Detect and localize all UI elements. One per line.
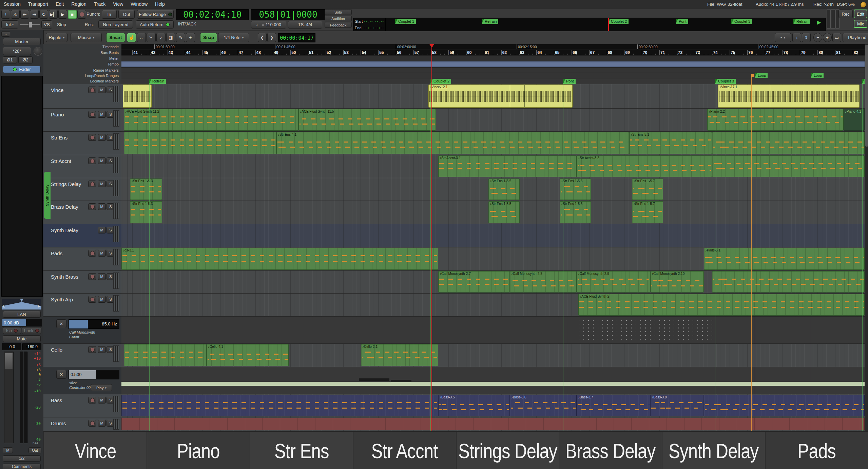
region-bass-3-5[interactable]: ♪Bass-3.5 <box>438 395 510 416</box>
record-enable-button[interactable] <box>88 157 96 164</box>
ruler-row-bars-beats[interactable]: 4142434445464748495051525354555657585960… <box>121 50 865 56</box>
track-header-str-accnt[interactable]: Str AccntMS <box>43 155 121 178</box>
region-str-ens-1-5-5[interactable]: ♪Str Ens 1-5.5 <box>488 179 520 200</box>
mute-track-button[interactable]: M <box>98 420 106 427</box>
edit-point-dropdown[interactable]: ●▾ <box>775 33 791 42</box>
location-marker-couplet-3[interactable]: Couplet 3 <box>715 79 736 84</box>
menu-track[interactable]: Track <box>90 0 109 8</box>
comments-button[interactable]: Comments <box>3 464 41 469</box>
region-str-ens-4-1[interactable]: ♪Str Ens-4.1 <box>276 132 629 154</box>
region-bass-3-6[interactable]: ♪Bass-3.6 <box>510 395 577 416</box>
region-ace-fluid-synth-11-2[interactable]: ♪ACE Fluid Synth-11.2 <box>124 109 298 131</box>
sync-source-button[interactable]: Int.▾ <box>1 20 18 29</box>
track-header-pads[interactable]: PadsMS <box>43 247 121 271</box>
solo-lock-button[interactable]: Lock <box>22 327 41 334</box>
shuttle-slider[interactable] <box>20 20 40 29</box>
region-cello[interactable] <box>124 344 207 366</box>
region-str-ens-1-5-6[interactable]: ♪Str Ens 1-5.6 <box>560 179 591 200</box>
automation-value-box[interactable]: 0.500 <box>69 370 119 379</box>
record-enable-button[interactable] <box>88 111 96 118</box>
bottom-track-cell-synth-delay[interactable]: Synth Delay <box>662 432 765 469</box>
bottom-track-cell-brass-delay[interactable]: Brass Delay <box>559 432 662 469</box>
mute-track-button[interactable]: M <box>98 346 106 353</box>
time-signature-button[interactable]: TS: 4/4 <box>288 21 322 29</box>
region-str-ens-1-5-6[interactable]: ♪Str Ens 1-5.6 <box>560 201 591 223</box>
track-lane-synth-brass[interactable]: ♪Calf Monosynth-2.7♪Calf Monosynth-2.8♪C… <box>121 271 865 294</box>
peak-right-value[interactable]: -160.9 <box>22 343 41 350</box>
mute-track-button[interactable]: M <box>98 227 106 233</box>
region-bass-3-8[interactable]: ♪Bass-3.8 <box>650 395 704 416</box>
peak-left-value[interactable]: -0.0 <box>2 343 21 350</box>
minimap-play-arrow-icon[interactable]: ▶ <box>817 19 821 25</box>
go-to-end-button[interactable]: ⇥ <box>30 10 39 19</box>
ruler-row-tempo[interactable] <box>121 61 865 68</box>
cut-tool[interactable]: ✂ <box>147 33 156 42</box>
expand-tracks-button[interactable]: ⇕ <box>802 33 811 42</box>
track-header-drums[interactable]: DrumsMS <box>43 417 121 431</box>
track-lane-str-ens[interactable]: ♪Str Ens-4.1♪Str Ens-5.1 <box>121 132 865 155</box>
close-automation-button[interactable]: ✕ <box>56 370 66 379</box>
track-lane-pads[interactable]: ♪ds-3.1♪Pads-5.1 <box>121 247 865 271</box>
region-str-accnt-3-1[interactable]: ♪Str Accnt-3.1 <box>438 155 577 177</box>
playhead-head-icon[interactable] <box>429 44 434 48</box>
region-calf-monosynth-2-7[interactable]: ♪Calf Monosynth-2.7 <box>438 271 510 293</box>
smart-mode-button[interactable]: Smart <box>106 33 125 42</box>
audition-tool[interactable]: ♪ <box>156 33 166 42</box>
location-marker-pont[interactable]: Pont <box>563 79 576 84</box>
preset-button[interactable]: *28* <box>3 47 31 55</box>
region-synth-brass[interactable] <box>712 271 865 293</box>
region-calf-monosynth-2-10[interactable]: ♪Calf Monosynth-2.10 <box>650 271 704 293</box>
zoom-fit-button[interactable]: ▭ <box>832 33 841 42</box>
region-pads-5-1[interactable]: ♪Pads-5.1 <box>704 248 865 270</box>
region-str-ens-1-5-3[interactable]: ♪Str Ens 1-5.3 <box>130 201 162 223</box>
region-str-ens-1-5-7[interactable]: ♪Str Ens 1-5.7 <box>632 201 663 223</box>
recorder-window-button[interactable]: Rec <box>838 10 853 18</box>
automation-header-sfizz[interactable]: ✕0.500sfizzController 001Play▾ <box>43 367 121 394</box>
nudge-back-button[interactable]: ❮ <box>258 33 267 42</box>
minimap-marker-couplet-1[interactable]: Couplet 1 <box>395 19 416 24</box>
mute-button[interactable]: Mute <box>3 335 41 342</box>
mute-track-button[interactable]: M <box>98 111 106 118</box>
mouse-mode-dropdown[interactable]: Mouse▾ <box>71 33 102 42</box>
play-from-edit-point-button[interactable]: ▶▏ <box>49 10 58 19</box>
phase-1-button[interactable]: Ø1 <box>3 56 17 63</box>
mute-track-button[interactable]: M <box>98 157 106 164</box>
track-lane-vince[interactable]: ♪Vince-12.1♪Vince-17.1 <box>121 84 865 109</box>
region-str-ens-5-1[interactable]: ♪Str Ens-5.1 <box>629 132 712 154</box>
play-button[interactable]: ▶ <box>58 10 67 19</box>
region-ace-fluid-synth-11-5[interactable]: ♪ACE Fluid Synth-11.5 <box>298 109 436 131</box>
track-header-piano[interactable]: PianoMS <box>43 109 121 132</box>
automation-value-box[interactable]: 85.0 Hz <box>69 319 119 329</box>
region-str-ens-1-5-3[interactable]: ♪Str Ens 1-5.3 <box>130 179 162 200</box>
automation-lane[interactable] <box>121 367 865 394</box>
strip-resize-button[interactable]: ↔ <box>1 31 10 37</box>
region-drums[interactable] <box>121 418 865 430</box>
region-str-accnt-3-2[interactable]: ♪Str Accnt-3.2 <box>577 155 712 177</box>
trim-knob[interactable] <box>34 47 42 56</box>
channel-count-button[interactable]: 1/2 <box>3 455 41 462</box>
location-marker-couplet-2[interactable]: Couplet 2 <box>430 79 451 84</box>
loop-button[interactable]: ↻ <box>39 10 48 19</box>
meter-point-button[interactable]: Out <box>28 447 41 453</box>
mixer-window-button[interactable]: Mix <box>854 20 867 28</box>
go-to-start-button[interactable]: ⇤ <box>20 10 29 19</box>
bottom-track-cell-str-ens[interactable]: Str Ens <box>250 432 353 469</box>
menu-view[interactable]: View <box>109 0 127 8</box>
automation-header-calf-monosynth[interactable]: ✕85.0 HzCalf MonosynthCutoff <box>43 317 121 344</box>
status-led-icon[interactable] <box>860 2 866 8</box>
draw-tool[interactable]: ✎ <box>176 33 185 42</box>
zoom-out-button[interactable]: − <box>813 33 822 42</box>
track-lane-drums[interactable] <box>121 417 865 431</box>
snap-button[interactable]: Snap <box>200 33 217 42</box>
punch-in-button[interactable]: In <box>102 10 117 19</box>
bottom-track-cell-pads[interactable]: Pads <box>765 432 868 469</box>
phase-2-button[interactable]: Ø2 <box>18 56 33 63</box>
mute-track-button[interactable]: M <box>98 296 106 303</box>
record-button[interactable] <box>77 10 86 19</box>
automation-lane[interactable] <box>121 317 865 344</box>
track-lane-cello[interactable]: ♪Cello-4.1♪Cello-2.1 <box>121 344 865 367</box>
follow-range-button[interactable]: Follow Range <box>137 10 174 19</box>
track-header-synth-brass[interactable]: Synth BrassMS <box>43 271 121 294</box>
track-header-cello[interactable]: CelloMS <box>43 344 121 367</box>
solo-iso-button[interactable]: Iso <box>3 327 21 334</box>
